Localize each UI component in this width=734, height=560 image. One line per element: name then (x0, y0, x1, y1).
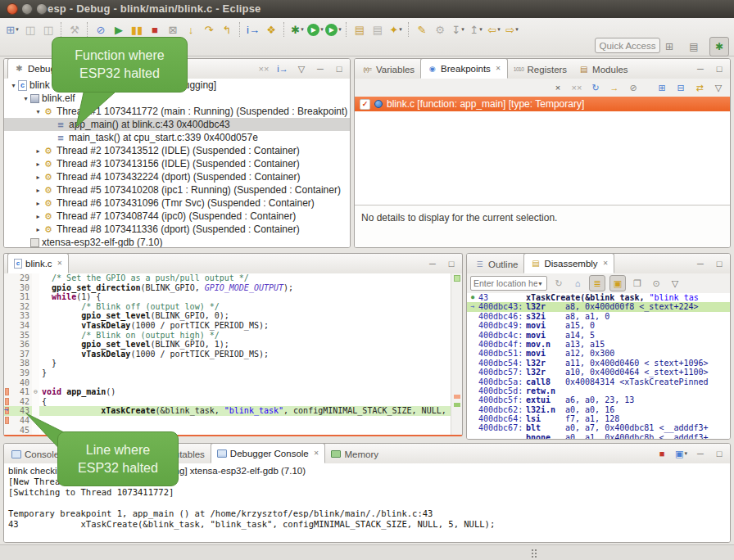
expanded-arrow-icon[interactable]: ▾ (34, 108, 43, 115)
new-wizard-icon[interactable]: ⊞▾ (3, 20, 21, 38)
disasm-row[interactable]: 400dbc54:l32ra11, 0x400d0460 <_stext+109… (467, 359, 730, 368)
tree-row[interactable]: ▸Thread #8 1073411336 (dport) (Suspended… (4, 223, 350, 236)
disassembly-listing[interactable]: ●43xTaskCreate(&blink_task, "blink_tas→4… (467, 293, 730, 439)
external-tools-icon[interactable]: ▶▾ (324, 20, 342, 38)
tab-console[interactable]: Console (6, 445, 65, 463)
maximize-icon[interactable]: □ (713, 61, 726, 76)
disasm-row[interactable]: 400dbc57:l32ra10, 0x400d0464 <_stext+110… (467, 368, 730, 377)
previous-annotation-icon[interactable]: ↥▾ (467, 20, 485, 38)
tree-row[interactable]: ▾blink checking [GDB Hardware Debugging] (4, 79, 350, 92)
disasm-row[interactable]: 400dbc62:l32i.na0, a0, 16 (467, 405, 730, 414)
back-icon[interactable]: ⇦▾ (485, 20, 503, 38)
minimize-icon[interactable]: ─ (694, 61, 707, 76)
skip-all-breakpoints-icon[interactable]: ⊘ (627, 81, 640, 94)
code-line-39[interactable]: 39} (4, 368, 451, 378)
chevron-down-icon[interactable]: ▾ (461, 26, 464, 33)
chevron-down-icon[interactable]: ▾ (301, 26, 304, 33)
open-folder-icon[interactable]: ▤ (369, 20, 387, 38)
instruction-stepping-toggle-icon[interactable]: i→ (276, 61, 289, 76)
collapsed-arrow-icon[interactable]: ▸ (34, 160, 43, 168)
code-line-35[interactable]: 35 /* Blink on (output high) */ (4, 331, 451, 341)
tab-modules[interactable]: Modules (573, 60, 633, 79)
annotation-gutter[interactable] (4, 340, 11, 350)
annotation-gutter[interactable] (4, 416, 11, 426)
tab-blink-c[interactable]: blink.c ✕ (7, 253, 69, 273)
annotation-gutter[interactable] (4, 283, 11, 293)
use-step-filters-icon[interactable]: ❖ (262, 20, 280, 38)
tab-variables[interactable]: Variables (356, 60, 420, 79)
remove-all-terminated-icon[interactable]: ×× (257, 61, 270, 76)
debug-icon[interactable]: ✱▾ (288, 20, 306, 38)
save-all-icon[interactable]: ◫ (39, 20, 57, 38)
minimize-icon[interactable]: ─ (314, 61, 327, 76)
code-line-34[interactable]: 34 vTaskDelay(1000 / portTICK_PERIOD_MS)… (4, 321, 451, 331)
maximize-window-button[interactable] (36, 3, 48, 15)
disasm-row[interactable]: 400dbc64:lsif7, a1, 128 (467, 414, 730, 423)
chevron-down-icon[interactable]: ▾ (320, 26, 324, 33)
remove-all-breakpoints-icon[interactable]: ×× (570, 81, 583, 94)
annotation-gutter[interactable] (4, 292, 11, 302)
close-tab-icon[interactable]: ✕ (57, 260, 63, 267)
close-tab-icon[interactable]: ✕ (314, 449, 319, 457)
tab-executables[interactable]: Executables (134, 445, 211, 463)
chevron-down-icon[interactable]: ▾ (479, 26, 483, 33)
link-with-debug-view-icon[interactable]: ⇄ (693, 81, 706, 94)
collapse-all-icon[interactable]: ⊟ (674, 81, 687, 94)
terminate-icon[interactable]: ■ (655, 446, 668, 461)
annotation-gutter[interactable] (4, 368, 11, 378)
tab-memory[interactable]: Memory (325, 445, 384, 463)
tree-row[interactable]: app_main() at blink.c:43 0x400dbc43 (4, 118, 350, 131)
code-line-36[interactable]: 36 gpio_set_level(BLINK_GPIO, 1); (4, 340, 451, 350)
collapsed-arrow-icon[interactable]: ▸ (34, 213, 43, 220)
overview-ruler[interactable] (451, 273, 462, 435)
step-return-icon[interactable]: ↰ (218, 20, 236, 38)
view-menu-icon[interactable]: ▽ (668, 276, 682, 291)
tree-row[interactable]: ▾blink.elf (4, 92, 350, 105)
collapsed-arrow-icon[interactable]: ▸ (34, 147, 43, 155)
tree-row[interactable]: ▸Thread #4 1073432224 (dport) (Suspended… (4, 170, 350, 183)
minimize-icon[interactable]: ─ (694, 446, 707, 461)
fold-collapse-icon[interactable]: ⊖ (32, 387, 39, 397)
show-source-toggle[interactable]: ≣ (589, 275, 605, 291)
code-line-37[interactable]: 37 vTaskDelay(1000 / portTICK_PERIOD_MS)… (4, 350, 451, 359)
tree-row[interactable]: main_task() at cpu_start.c:339 0x400d057… (4, 131, 350, 144)
resize-grip[interactable] (531, 549, 537, 558)
maximize-icon[interactable]: □ (333, 61, 346, 76)
open-perspective-icon[interactable]: ⊞ (660, 38, 678, 56)
tree-row[interactable]: ▸Thread #7 1073408744 (ipc0) (Suspended … (4, 210, 350, 223)
location-combo[interactable]: ▼ (470, 276, 547, 291)
pin-editor-icon[interactable]: ⚙ (431, 20, 449, 38)
tab-registers[interactable]: Registers (508, 60, 573, 79)
run-icon[interactable]: ▶▾ (306, 20, 324, 38)
disasm-row[interactable]: 400dbc46:s32ia8, a1, 0 (467, 312, 730, 321)
chevron-down-icon[interactable]: ▾ (497, 26, 501, 33)
tab-breakpoints[interactable]: Breakpoints✕ (420, 58, 507, 79)
disasm-source-row[interactable]: ●43xTaskCreate(&blink_task, "blink_tas (467, 293, 730, 302)
disasm-row[interactable]: 400dbc5d:retw.n (467, 386, 730, 395)
disasm-row[interactable]: 400dbc5f:extuia6, a0, 23, 13 (467, 395, 730, 404)
annotation-gutter[interactable] (4, 426, 11, 436)
maximize-icon[interactable]: □ (445, 256, 458, 271)
minimize-icon[interactable]: ─ (426, 256, 439, 271)
show-breakpoints-supported-icon[interactable]: ↻ (589, 81, 602, 94)
code-line-33[interactable]: 33 gpio_set_level(BLINK_GPIO, 0); (4, 311, 451, 321)
annotation-gutter[interactable] (4, 311, 11, 321)
code-line-31[interactable]: 31 while(1) { (4, 292, 451, 302)
tree-row[interactable]: ▾Thread #1 1073411772 (main : Running) (… (4, 105, 350, 118)
breakpoint-row[interactable]: ✓ blink.c [function: app_main] [type: Te… (355, 97, 730, 111)
annotation-gutter[interactable] (4, 359, 11, 368)
annotation-gutter[interactable] (4, 378, 11, 388)
go-to-file-for-breakpoint-icon[interactable]: → (608, 81, 621, 94)
tree-row[interactable]: ▸Thread #2 1073413512 (IDLE) (Suspended … (4, 144, 350, 157)
minimize-window-button[interactable] (21, 3, 33, 15)
collapsed-arrow-icon[interactable]: ▸ (34, 226, 43, 233)
search-icon[interactable]: ✦▾ (387, 20, 405, 38)
annotation-gutter[interactable] (4, 350, 11, 359)
overview-current-line-mark[interactable] (454, 403, 460, 407)
suspend-icon[interactable]: ▮▮ (128, 20, 146, 38)
close-window-button[interactable] (7, 3, 18, 15)
code-line-44[interactable]: 44 (4, 416, 451, 426)
code-line-32[interactable]: 32 /* Blink off (output low) */ (4, 302, 451, 312)
step-into-icon[interactable]: ↓ (182, 20, 200, 38)
build-icon[interactable]: ⚒ (66, 20, 84, 38)
